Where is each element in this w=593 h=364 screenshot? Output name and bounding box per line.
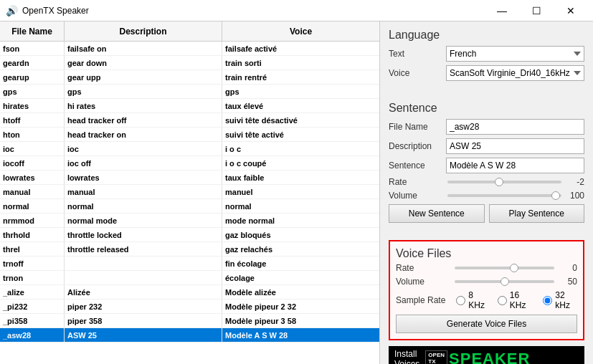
col-header-description: Description — [65, 21, 222, 41]
sentence-rate-track[interactable] — [447, 181, 561, 183]
table-row[interactable]: geardn gear down train sorti — [0, 56, 379, 70]
table-row[interactable]: threl throttle released gaz relachés — [0, 242, 379, 257]
row-filename: ioc — [0, 142, 65, 155]
row-description: gps — [65, 85, 222, 98]
install-voices-bar: Install Voices OPENTX SPEAKER — [389, 346, 584, 364]
sentence-volume-track[interactable] — [447, 194, 561, 197]
row-voice: suivi tête activé — [222, 128, 379, 141]
table-row[interactable]: _pi358 piper 358 Modèle pipeur 3 58 — [0, 314, 379, 328]
language-text-label: Text — [389, 49, 446, 59]
table-row[interactable]: manual manual manuel — [0, 185, 379, 199]
row-filename: thrhold — [0, 228, 65, 241]
row-description: failsafe on — [65, 42, 222, 55]
row-description: piper 232 — [65, 300, 222, 313]
right-panel: Language Text French English German Voic… — [380, 21, 593, 364]
row-description: throttle locked — [65, 228, 222, 241]
table-row[interactable]: gearup gear upp train rentré — [0, 70, 379, 85]
row-voice: Modèle pipeur 3 58 — [222, 314, 379, 327]
table-row[interactable]: hton head tracker on suivi tête activé — [0, 128, 379, 142]
row-filename: nrmmod — [0, 214, 65, 227]
speaker-brand-text: SPEAKER — [449, 350, 530, 364]
table-row[interactable]: trnoff fin écolage — [0, 257, 379, 271]
row-filename: iocoff — [0, 156, 65, 170]
row-description: manual — [65, 185, 222, 198]
row-description: ioc off — [65, 156, 222, 170]
vf-volume-label: Volume — [396, 277, 453, 287]
row-voice: Modèle alizée — [222, 285, 379, 299]
row-description: hi rates — [65, 99, 222, 112]
maximize-button[interactable]: ☐ — [520, 0, 553, 21]
file-table-body[interactable]: fson failsafe on failsafe activé geardn … — [0, 42, 379, 364]
sample-rate-32khz[interactable]: 32 kHz — [543, 290, 577, 310]
sentence-desc-input[interactable] — [446, 138, 584, 154]
sentence-text-label: Sentence — [389, 161, 446, 171]
row-filename: _asw28 — [0, 328, 65, 342]
row-description: piper 358 — [65, 314, 222, 327]
install-label: Install Voices — [394, 349, 419, 364]
col-header-filename: File Name — [0, 21, 65, 41]
row-description: head tracker off — [65, 113, 222, 127]
sentence-rate-value: -2 — [563, 177, 584, 187]
title-bar: 🔊 OpenTX Speaker — ☐ ✕ — [0, 0, 593, 21]
sentence-filename-input[interactable] — [446, 119, 584, 135]
sentence-title: Sentence — [389, 102, 584, 115]
language-title: Language — [389, 29, 584, 42]
row-voice: failsafe activé — [222, 42, 379, 55]
generate-voice-files-button[interactable]: Generate Voice Files — [396, 315, 577, 333]
table-row[interactable]: trnon écolage — [0, 271, 379, 285]
table-row[interactable]: _pi232 piper 232 Modèle pipeur 2 32 — [0, 300, 379, 314]
sentence-text-group: Sentence — [389, 158, 584, 173]
table-row[interactable]: hirates hi rates taux élevé — [0, 99, 379, 113]
vf-rate-thumb[interactable] — [510, 264, 518, 272]
col-header-voice: Voice — [222, 21, 379, 41]
table-row[interactable]: ioc ioc i o c — [0, 142, 379, 156]
vf-rate-track[interactable] — [455, 267, 554, 269]
table-row[interactable]: iocoff ioc off i o c coupé — [0, 156, 379, 171]
sentence-rate-thumb[interactable] — [495, 178, 503, 186]
table-row[interactable]: thrhold throttle locked gaz bloqués — [0, 228, 379, 242]
table-row[interactable]: nrmmod normal mode mode normal — [0, 214, 379, 228]
sample-rate-16khz[interactable]: 16 KHz — [498, 290, 533, 310]
file-panel: File Name Description Voice fson failsaf… — [0, 21, 380, 364]
minimize-button[interactable]: — — [485, 0, 518, 21]
sentence-section: Sentence File Name Description Sentence … — [389, 102, 584, 223]
language-voice-select[interactable]: ScanSoft Virginie_Dri40_16kHz — [446, 65, 584, 81]
language-text-select[interactable]: French English German — [446, 46, 584, 62]
play-sentence-button[interactable]: Play Sentence — [489, 204, 585, 223]
close-button[interactable]: ✕ — [554, 0, 587, 21]
row-filename: normal — [0, 199, 65, 213]
row-voice: écolage — [222, 271, 379, 284]
row-voice: gaz bloqués — [222, 228, 379, 241]
vf-rate-label: Rate — [396, 263, 453, 273]
vf-volume-thumb[interactable] — [501, 277, 509, 286]
table-row[interactable]: normal normal normal — [0, 199, 379, 214]
vf-rate-group: Rate 0 — [396, 263, 577, 273]
sample-rate-8khz[interactable]: 8 KHz — [456, 290, 488, 310]
table-row[interactable]: _asw28 ASW 25 Modèle A S W 28 — [0, 328, 379, 343]
sentence-rate-group: Rate -2 — [389, 177, 584, 187]
row-description: normal mode — [65, 214, 222, 227]
row-voice: i o c coupé — [222, 156, 379, 170]
sentence-text-input[interactable] — [446, 158, 584, 173]
new-sentence-button[interactable]: New Sentence — [389, 204, 485, 223]
vf-volume-track[interactable] — [455, 280, 554, 283]
table-row[interactable]: _alize Alizée Modèle alizée — [0, 285, 379, 300]
row-filename: hirates — [0, 99, 65, 112]
vf-volume-value: 50 — [556, 277, 577, 287]
sentence-volume-group: Volume 100 — [389, 191, 584, 201]
table-row[interactable]: htoff head tracker off suivi tête désact… — [0, 113, 379, 128]
table-row[interactable]: lowrates lowrates taux faible — [0, 171, 379, 185]
row-description: gear down — [65, 56, 222, 70]
row-description — [65, 257, 222, 270]
opentx-logo-text: OPENTX — [425, 350, 447, 364]
language-text-group: Text French English German — [389, 46, 584, 62]
row-filename: threl — [0, 242, 65, 256]
row-voice: suivi tête désactivé — [222, 113, 379, 127]
row-filename: trnon — [0, 271, 65, 284]
sentence-volume-thumb[interactable] — [551, 191, 560, 200]
row-description: Alizée — [65, 285, 222, 299]
row-voice: gps — [222, 85, 379, 98]
row-filename: trnoff — [0, 257, 65, 270]
table-row[interactable]: gps gps gps — [0, 85, 379, 99]
table-row[interactable]: fson failsafe on failsafe activé — [0, 42, 379, 56]
